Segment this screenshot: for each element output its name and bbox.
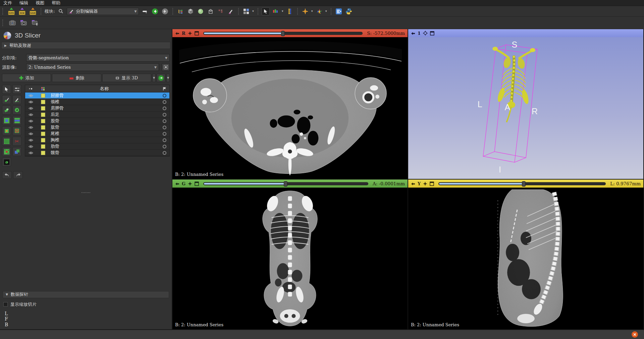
toolbar-drag-handle[interactable] [2,8,4,15]
status-column-header-icon[interactable] [159,87,169,91]
segment-row[interactable]: 髋骨 [25,150,169,156]
ruler-icon[interactable] [286,7,294,15]
load-dicom-button[interactable]: DCM [18,8,26,15]
segment-status-circle[interactable] [163,151,166,155]
segment-visibility-eye-icon[interactable] [25,151,37,154]
window-level-icon[interactable] [272,7,280,15]
effect-grow-from-seeds-button[interactable] [2,116,11,125]
panel-splitter-handle[interactable] [0,191,172,194]
segment-visibility-eye-icon[interactable] [25,120,37,123]
pin-icon[interactable] [175,31,179,35]
segment-color-swatch[interactable] [41,151,45,155]
chevron-down-icon[interactable]: ▼ [252,10,254,13]
segment-visibility-eye-icon[interactable] [25,107,37,110]
scene-view-icon[interactable] [207,7,215,15]
red-slice-view[interactable]: R S: -572.5000mm [172,29,408,179]
segment-color-swatch[interactable] [41,138,45,142]
maximize-view-icon[interactable] [195,182,199,186]
capture-options-icon[interactable] [31,19,39,27]
undo-button[interactable] [2,171,12,179]
extension-manager-icon[interactable] [335,7,343,15]
back-arrow-button[interactable] [151,7,159,15]
redo-button[interactable] [13,171,23,179]
chevron-down-icon[interactable]: ▼ [311,10,313,13]
add-segment-button[interactable]: ✚ 添加 [2,74,51,82]
effect-logical-operators-button[interactable] [12,147,21,156]
segment-color-swatch[interactable] [41,119,45,123]
segment-color-swatch[interactable] [41,106,45,111]
pin-icon[interactable] [175,182,179,186]
segment-status-circle[interactable] [163,100,166,104]
maximize-view-icon[interactable] [195,31,199,36]
threed-render-area[interactable]: S L A R I [408,37,643,179]
segment-status-circle[interactable] [163,94,166,97]
segment-color-swatch[interactable] [41,132,45,136]
segment-row[interactable]: 后足 [25,112,169,118]
view-menu-icon[interactable] [188,182,192,186]
data-probe-collapse[interactable]: ▼ 数据探针 [3,291,169,298]
view-menu-icon[interactable] [423,182,427,186]
segment-color-swatch[interactable] [41,100,45,104]
maximize-view-icon[interactable] [430,182,434,186]
effect-draw-button[interactable] [12,95,21,104]
effect-mask-volume-button[interactable] [2,157,11,166]
pin-icon[interactable] [411,31,415,35]
segmentation-selector[interactable]: 骨骼-segmentation ▼ [26,54,170,62]
help-collapse-section[interactable]: ▶ 帮助及致谢 [1,42,170,49]
slice-offset-slider[interactable] [203,182,368,185]
segment-color-swatch[interactable] [41,144,45,149]
error-log-button[interactable]: ✕ [632,331,638,338]
segment-row[interactable]: 颈椎 [25,99,169,105]
segment-color-swatch[interactable] [41,125,45,130]
volume-rendering-icon[interactable] [197,7,205,15]
pin-icon[interactable] [411,182,415,186]
effect-fill-between-slices-button[interactable] [12,116,21,125]
segment-status-circle[interactable] [163,126,166,129]
apply-next-button[interactable]: ➜ [157,74,165,82]
module-search-icon[interactable] [57,7,65,15]
annotation-pencil-icon[interactable] [227,7,235,15]
visibility-column-header-icon[interactable] [25,87,37,90]
python-console-icon[interactable] [345,7,353,15]
crosshair-button[interactable] [301,7,309,15]
name-column-header[interactable]: 名称 [49,86,159,92]
slice-offset-slider[interactable] [438,182,606,185]
segment-visibility-eye-icon[interactable] [25,145,37,148]
forward-arrow-button[interactable] [161,7,169,15]
segment-visibility-eye-icon[interactable] [25,132,37,135]
maximize-view-icon[interactable] [430,31,434,36]
effect-margin-button[interactable] [2,126,11,135]
subject-hierarchy-icon[interactable] [176,7,184,15]
segment-color-swatch[interactable] [41,93,45,98]
extensions-star-button[interactable] [315,7,323,15]
segment-row[interactable]: 尾椎 [25,131,169,137]
segment-color-swatch[interactable] [41,113,45,117]
effect-threshold-button[interactable] [12,85,21,94]
threed-view[interactable]: 1 [408,29,643,179]
markups-icon[interactable]: ✳✳✳ [217,7,225,15]
yellow-slice-image-area[interactable]: B: 2: Unnamed Series [408,188,643,329]
segment-visibility-eye-icon[interactable] [25,126,37,129]
specify-geometry-button[interactable] [162,63,170,71]
save-button[interactable]: SAVE [29,8,37,15]
segment-visibility-eye-icon[interactable] [25,100,37,104]
volume-cube-icon[interactable] [186,7,195,15]
menu-view[interactable]: 视图 [36,0,44,6]
menu-edit[interactable]: 编辑 [19,0,28,6]
green-slice-view[interactable]: G A: -0.0001mm [172,180,408,329]
capture-screenshot-icon[interactable] [8,19,16,27]
view-menu-icon[interactable] [188,31,192,36]
capture-view-icon[interactable] [20,19,28,27]
chevron-down-icon[interactable]: ▼ [281,10,284,13]
segment-row[interactable]: 肩胛骨 [25,105,169,112]
segment-status-circle[interactable] [163,145,166,148]
segment-visibility-eye-icon[interactable] [25,94,37,97]
show-3d-button[interactable]: 显示 3D [102,74,151,82]
effect-erase-button[interactable] [2,106,11,115]
effect-scissors-button[interactable]: ✂ [12,137,21,146]
zoomed-slice-checkbox[interactable] [3,302,8,307]
load-data-button[interactable]: DATA [7,8,16,15]
module-history-button[interactable] [141,7,149,15]
segment-row[interactable]: 肱骨 [25,124,169,131]
effect-islands-button[interactable] [2,147,11,156]
